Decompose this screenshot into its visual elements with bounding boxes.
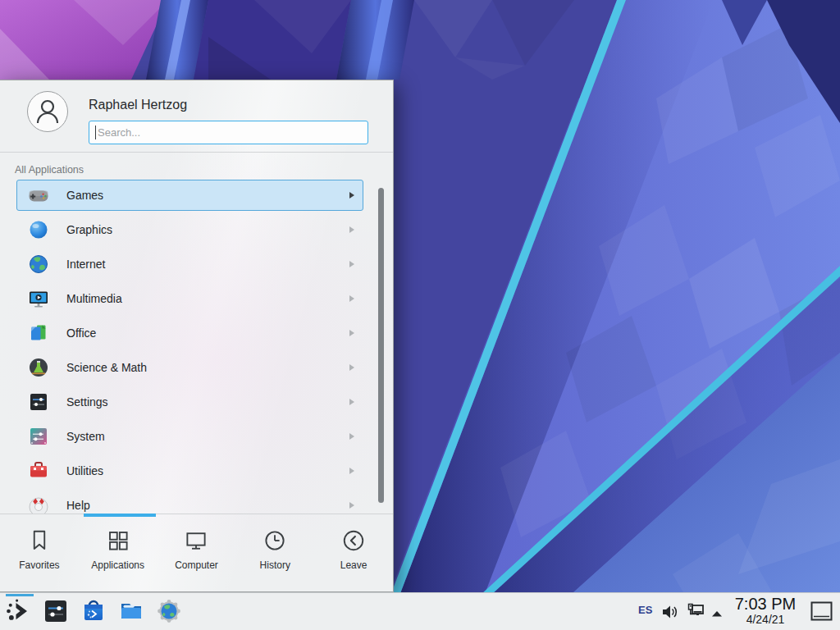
chevron-right-icon [349,433,354,440]
category-list: Games Graphics Internet [0,180,393,514]
category-system[interactable]: System [16,421,363,452]
category-multimedia[interactable]: Multimedia [16,283,363,314]
category-graphics[interactable]: Graphics [16,214,363,245]
category-label: Internet [66,258,349,271]
clock-time: 7:03 PM [727,595,804,613]
application-launcher-menu: Raphael Hertzog All Applications Games G… [0,80,394,592]
settings-app-icon[interactable] [43,598,69,624]
category-office[interactable]: Office [16,317,363,349]
category-label: Utilities [66,464,349,477]
user-name: Raphael Hertzog [89,98,187,112]
monitor-icon [184,528,208,553]
chevron-right-icon [349,192,354,199]
category-help[interactable]: Help [16,490,363,514]
tab-label: Leave [340,559,368,571]
clock-date: 4/24/21 [727,613,804,626]
lifebuoy-icon [27,494,50,514]
category-label: Science & Math [66,361,349,374]
category-science-math[interactable]: Science & Math [16,352,363,383]
gamepad-icon [27,184,50,207]
show-desktop-button[interactable] [810,600,833,623]
toolbox-icon [27,459,50,482]
chevron-right-icon [349,226,354,233]
tab-applications[interactable]: Applications [79,514,158,592]
tab-favorites[interactable]: Favorites [0,514,79,592]
tab-computer[interactable]: Computer [158,514,236,592]
category-games[interactable]: Games [16,180,363,211]
tab-label: Applications [91,559,144,571]
volume-icon[interactable] [660,603,678,624]
category-label: Multimedia [66,292,349,305]
leave-icon [341,528,366,553]
category-settings[interactable]: Settings [16,386,363,418]
list-scrollbar[interactable] [378,188,384,503]
active-tab-indicator [84,514,156,517]
taskbar-panel: ES 7:03 PM 4/24/21 [0,592,840,630]
chevron-right-icon [349,330,354,336]
digital-clock[interactable]: 7:03 PM 4/24/21 [727,595,804,626]
avatar[interactable] [27,91,68,132]
tab-label: Computer [175,559,218,571]
tab-history[interactable]: History [235,514,314,592]
category-internet[interactable]: Internet [16,249,363,280]
text-caret [95,126,96,139]
globe-icon [27,253,50,276]
launcher-header: Raphael Hertzog [0,80,393,153]
chevron-right-icon [349,502,354,509]
tab-label: History [260,559,290,571]
keyboard-layout-indicator[interactable]: ES [638,604,652,616]
user-icon [30,94,66,130]
sliders-color-icon [27,425,50,448]
search-field-wrap [89,121,368,144]
web-browser-icon[interactable] [156,598,182,624]
desktop: Raphael Hertzog All Applications Games G… [0,0,840,630]
category-label: Settings [66,395,349,409]
discover-store-icon[interactable] [80,598,107,624]
network-icon[interactable] [686,602,705,625]
chevron-right-icon [349,399,354,405]
kali-menu-icon [5,596,34,626]
category-label: Help [66,499,349,512]
expand-tray-icon[interactable] [710,607,724,622]
tab-leave[interactable]: Leave [314,514,393,592]
chevron-right-icon [349,261,354,267]
search-input[interactable] [89,121,368,144]
tab-label: Favorites [19,559,59,571]
paint-sphere-icon [27,218,50,241]
section-label: All Applications [15,164,84,176]
launcher-active-indicator [6,594,34,596]
bookmark-icon [27,528,52,553]
sliders-dark-icon [27,390,50,413]
category-label: Games [66,189,349,202]
grid-icon [106,528,130,553]
file-manager-icon[interactable] [118,598,144,624]
category-label: System [66,430,349,443]
flask-icon [27,356,50,379]
category-label: Graphics [66,223,349,236]
app-launcher-button[interactable] [5,596,34,628]
monitor-play-icon [27,287,50,310]
documents-icon [27,322,50,345]
category-utilities[interactable]: Utilities [16,455,363,486]
chevron-right-icon [349,468,354,474]
launcher-footer: Favorites Applications Computer History … [0,514,393,592]
chevron-right-icon [349,295,354,302]
category-label: Office [66,326,349,340]
clock-icon [262,528,287,553]
chevron-right-icon [349,364,354,371]
